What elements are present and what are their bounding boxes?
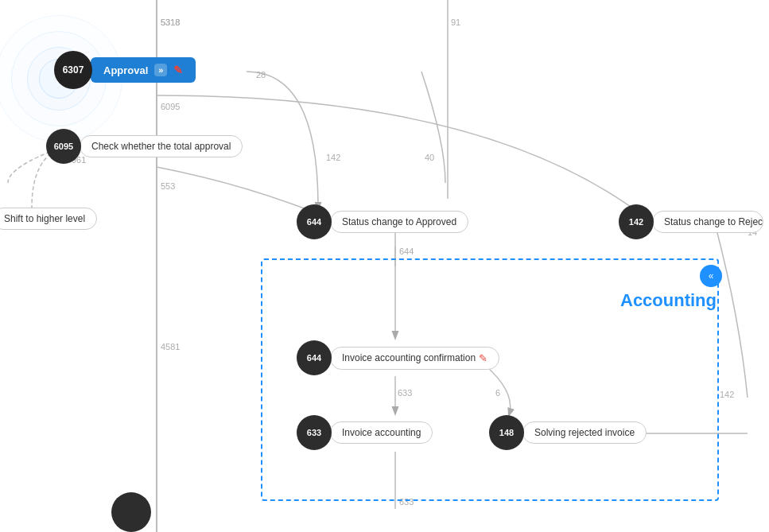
edge-label-28: 28 — [256, 70, 266, 80]
edge-label-142-right: 142 — [720, 390, 734, 399]
edge-label-553: 553 — [161, 181, 175, 191]
status-approved-label: Status change to Approved — [330, 211, 468, 233]
edge-label-4581: 4581 — [161, 342, 180, 351]
approval-node-circle: 6307 — [54, 51, 92, 89]
check-approval-label: Check whether the total approval — [80, 135, 243, 157]
invoice-accounting-circle: 633 — [297, 415, 332, 450]
status-rejected-label: Status change to Rejecte... — [652, 211, 763, 233]
solving-rejected-circle: 148 — [489, 415, 524, 450]
invoice-confirmation-edit: ✎ — [479, 352, 487, 364]
accounting-title: Accounting — [620, 290, 717, 311]
edge-label-5318-display: 5318 — [161, 17, 180, 27]
bottom-node-partial — [111, 492, 151, 532]
shift-higher-label: Shift to higher level — [0, 208, 97, 230]
invoice-accounting-label: Invoice accounting — [330, 421, 433, 444]
invoice-confirmation-label: Invoice accounting confirmation ✎ — [330, 347, 499, 370]
status-rejected-circle: 142 — [619, 204, 654, 239]
accounting-collapse-button[interactable]: « — [700, 265, 722, 287]
invoice-confirmation-circle: 644 — [297, 340, 332, 375]
invoice-confirmation-node[interactable]: 644 Invoice accounting confirmation ✎ — [297, 340, 499, 375]
edge-label-40: 40 — [425, 153, 434, 162]
status-rejected-node[interactable]: 142 Status change to Rejecte... — [619, 204, 763, 239]
shift-higher-node[interactable]: Shift to higher level — [0, 208, 97, 230]
edge-label-142-mid: 142 — [326, 153, 340, 162]
edge-label-6095: 6095 — [161, 102, 180, 111]
edge-label-91: 91 — [451, 17, 460, 27]
check-approval-node[interactable]: 6095 Check whether the total approval — [46, 129, 243, 164]
workflow-canvas: 5318 5318 28 6095 961 553 142 40 91 644 … — [0, 0, 769, 532]
solving-rejected-node[interactable]: 148 Solving rejected invoice — [489, 415, 647, 450]
edge-label-644: 644 — [399, 247, 414, 256]
approval-node[interactable]: 6307 Approval » ✎ — [54, 51, 196, 89]
approval-chevron: » — [154, 64, 167, 76]
invoice-accounting-node[interactable]: 633 Invoice accounting — [297, 415, 433, 450]
solving-rejected-label: Solving rejected invoice — [522, 421, 647, 444]
check-approval-circle: 6095 — [46, 129, 81, 164]
approval-edit-icon: ✎ — [173, 64, 183, 76]
status-approved-node[interactable]: 644 Status change to Approved — [297, 204, 468, 239]
approval-node-label: Approval » ✎ — [91, 57, 196, 83]
status-approved-circle: 644 — [297, 204, 332, 239]
